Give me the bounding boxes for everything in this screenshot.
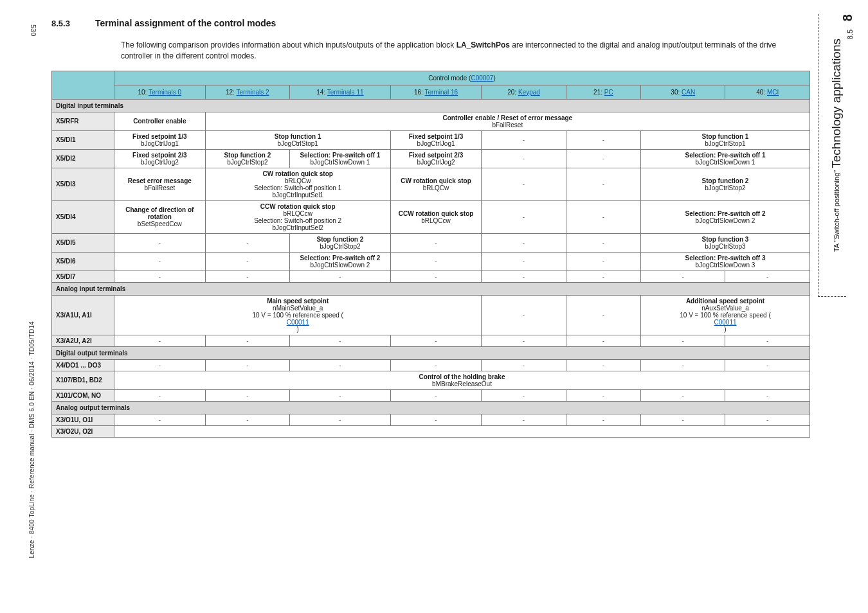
col-link[interactable]: MCI	[767, 89, 779, 96]
table-row: X5/RFR Controller enable Controller enab…	[52, 112, 810, 130]
section-label: Digital input terminals	[52, 99, 810, 112]
col-num: 21:	[593, 89, 602, 96]
col-link[interactable]: Terminals 0	[149, 89, 181, 96]
col-num: 12:	[226, 89, 235, 96]
row-label: X5/DI6	[52, 252, 114, 271]
table-header-top: Control mode (C00007)	[52, 71, 810, 85]
section-label: Digital output terminals	[52, 346, 810, 359]
col-link[interactable]: Terminals 2	[237, 89, 269, 96]
table-row: X5/DI1 Fixed setpoint 1/3bJogCtrlJog1 St…	[52, 130, 810, 149]
table-row: X3/O1U, O1I --- --- --	[52, 414, 810, 425]
right-title: Technology applications	[829, 39, 843, 168]
heading-number: 8.5.3	[51, 19, 70, 28]
row-label: X5/RFR	[52, 112, 114, 130]
main-content: 8.5.3 Terminal assignment of the control…	[51, 18, 810, 438]
table-row: X107/BD1, BD2 Control of the holding bra…	[52, 371, 810, 389]
section-analog-output: Analog output terminals	[52, 401, 810, 414]
table-row: X5/DI6 - - Selection: Pre-switch off 2bJ…	[52, 252, 810, 271]
section-number-right: 8.5	[846, 30, 854, 39]
control-mode-label: Control mode (	[428, 75, 471, 82]
col-num: 40:	[756, 89, 765, 96]
section-digital-input: Digital input terminals	[52, 99, 810, 112]
row-label: X3/O1U, O1I	[52, 414, 114, 425]
row-label: X4/DO1 ... DO3	[52, 359, 114, 371]
section-label: Analog output terminals	[52, 401, 810, 414]
page-number-left: 530	[30, 24, 37, 36]
right-heading-block: TA "Switch-off positioning" Technology a…	[829, 39, 845, 252]
table-row: X101/COM, NO --- --- --	[52, 389, 810, 401]
control-mode-link[interactable]: C00007	[471, 75, 493, 82]
table-row: X5/DI3 Reset error messagebFailReset CW …	[52, 168, 810, 200]
row-label: X3/O2U, O2I	[52, 425, 114, 437]
col-link[interactable]: Terminal 16	[424, 89, 458, 96]
section-analog-input: Analog input terminals	[52, 282, 810, 295]
heading-title: Terminal assignment of the control modes	[95, 18, 276, 28]
table-row: X5/DI2 Fixed setpoint 2/3bJogCtrlJog2 St…	[52, 149, 810, 168]
row-label: X5/DI2	[52, 149, 114, 168]
table-row: X3/O2U, O2I	[52, 425, 810, 437]
page-footer: Lenze · 8400 TopLine · Reference manual …	[28, 321, 35, 558]
table-row: X3/A2U, A2I --- --- --	[52, 335, 810, 346]
col-num: 30:	[671, 89, 680, 96]
table-row: X5/DI5 - - Stop function 2bJogCtrlStop2 …	[52, 233, 810, 252]
intro-bold: LA_SwitchPos	[457, 40, 510, 49]
col-link[interactable]: CAN	[682, 89, 695, 96]
table-row: X5/DI7 --- --- --	[52, 271, 810, 282]
col-num: 16:	[414, 89, 423, 96]
col-num: 14:	[316, 89, 325, 96]
row-label: X107/BD1, BD2	[52, 371, 114, 389]
intro-paragraph: The following comparison provides inform…	[121, 40, 796, 62]
mode-table: Control mode (C00007) 10: Terminals 0 12…	[51, 71, 810, 438]
row-label: X5/DI4	[52, 200, 114, 233]
ref-link[interactable]: C00011	[645, 319, 806, 326]
section-label: Analog input terminals	[52, 282, 810, 295]
control-mode-header: Control mode (C00007)	[114, 71, 810, 85]
row-label: X3/A2U, A2I	[52, 335, 114, 346]
ref-link[interactable]: C00011	[118, 319, 477, 326]
col-num: 20:	[507, 89, 516, 96]
row-label: X5/DI1	[52, 130, 114, 149]
col-link[interactable]: Terminals 11	[327, 89, 364, 96]
row-label: X5/DI7	[52, 271, 114, 282]
chapter-number: 8	[840, 14, 855, 21]
col-link[interactable]: Keypad	[518, 89, 540, 96]
table-row: X3/A1U, A1I Main speed setpointnMainSetV…	[52, 295, 810, 335]
section-heading: 8.5.3 Terminal assignment of the control…	[51, 18, 810, 28]
row-label: X3/A1U, A1I	[52, 295, 114, 335]
section-digital-output: Digital output terminals	[52, 346, 810, 359]
row-label: X101/COM, NO	[52, 389, 114, 401]
row-label: X5/DI3	[52, 168, 114, 200]
table-row: X5/DI4 Change of direction of rotationbS…	[52, 200, 810, 233]
col-num: 10:	[138, 89, 147, 96]
table-header-cols: 10: Terminals 0 12: Terminals 2 14: Term…	[52, 85, 810, 99]
right-subtitle: TA "Switch-off positioning"	[833, 170, 840, 252]
col-link[interactable]: PC	[604, 89, 613, 96]
table-row: X4/DO1 ... DO3 --- --- --	[52, 359, 810, 371]
row-label: X5/DI5	[52, 233, 114, 252]
